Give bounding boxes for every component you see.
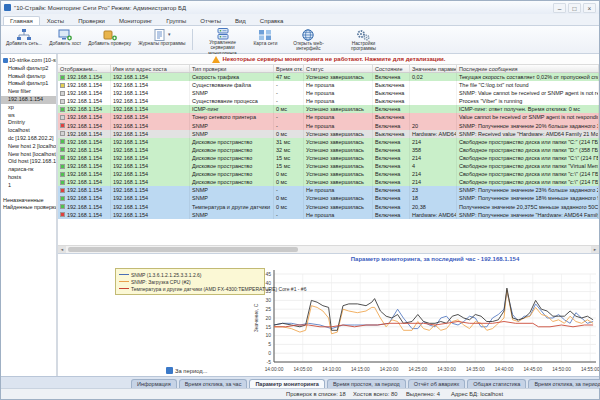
sidebar-item-4[interactable]: New filter (1, 88, 56, 96)
bottom-tab-monitoring-parameter[interactable]: Параметр мониторинга (249, 379, 325, 388)
row-parameter-value: 214 (410, 138, 457, 146)
check-status-led (60, 115, 65, 120)
row-host: 192.168.1.154 (111, 89, 190, 97)
program-logs-button[interactable]: ▾Журналы программы (135, 27, 188, 52)
sidebar-item-12[interactable]: New host [localhost] (1, 151, 56, 159)
bottom-tab-crash-report[interactable]: Отчёт об авариях (408, 379, 465, 388)
menu-tab-hosts[interactable]: Хосты (40, 16, 71, 25)
sidebar-item-8[interactable]: Dmitriy (1, 119, 56, 127)
check-status-led (60, 204, 65, 209)
network-map-button[interactable]: Карта сети (251, 27, 281, 52)
add-check-button[interactable]: Добавить проверку (85, 27, 134, 52)
menu-tab-groups[interactable]: Группы (159, 16, 193, 25)
open-web-interface-button[interactable]: Открыть web-интерфейс (281, 27, 335, 52)
column-header-1[interactable]: Имя или адрес хоста (111, 65, 190, 72)
close-button[interactable]: × (583, 3, 596, 13)
row-display-host: 192.168.1.154 (67, 155, 102, 161)
table-row[interactable]: 192.168.1.154192.168.1.154Дисковое прост… (58, 154, 599, 162)
menu-tab-reports[interactable]: Отчеты (193, 16, 228, 25)
scroll-right-arrow[interactable]: ► (591, 246, 599, 253)
monitoring-warning-bar[interactable]: Некоторые серверы мониторинга не работаю… (58, 54, 599, 64)
x-tick-label: 14:00:00 (265, 367, 284, 372)
column-header-6[interactable]: Значение парамет... (410, 65, 457, 72)
add-host-button[interactable]: Добавить хост (46, 27, 84, 52)
row-parameter-value (410, 105, 457, 113)
table-row[interactable]: 192.168.1.154192.168.1.154Дисковое прост… (58, 178, 599, 186)
column-header-0[interactable]: Отображаем... (58, 65, 111, 72)
row-parameter-value: 358 (410, 146, 457, 154)
row-parameter-value: Hardware: AMD64 ... (410, 211, 457, 219)
table-row[interactable]: 192.168.1.154192.168.1.154Дисковое прост… (58, 146, 599, 154)
menu-tab-view[interactable]: Вид (228, 16, 253, 25)
table-row[interactable]: 192.168.1.154192.168.1.154Скорость трафи… (58, 73, 599, 81)
sidebar-item-3[interactable]: Новый фильтр1 (1, 80, 56, 88)
column-header-7[interactable]: Последние сообщения (457, 65, 599, 72)
bottom-tab-info[interactable]: Информация (131, 379, 177, 388)
sidebar-item-16[interactable]: 1 (1, 182, 56, 190)
sidebar-item-10[interactable]: dc [192.168.202.2] (1, 135, 56, 143)
bottom-tab-response-time-period[interactable]: Время отклика, за период (528, 379, 600, 388)
table-horizontal-scrollbar[interactable]: ◄ ► (58, 245, 599, 253)
table-row[interactable]: 192.168.1.154192.168.1.154Дисковое прост… (58, 162, 599, 170)
sidebar-item-13[interactable]: Old host [192.168.1.153] (1, 158, 56, 166)
row-check-type: Дисковое пространство (190, 154, 274, 162)
table-row[interactable]: 192.168.1.154192.168.1.154SNMP0 мсУспешн… (58, 130, 599, 138)
sidebar-item-6[interactable]: xp (1, 104, 56, 112)
bottom-tab-overall-statistics[interactable]: Общая статистика (467, 379, 526, 388)
sidebar-item-17[interactable]: Неназначенные (1, 197, 56, 205)
sidebar-item-11[interactable]: New host 2 [localhost] (1, 143, 56, 151)
menu-tab-checks[interactable]: Проверки (71, 16, 112, 25)
table-row[interactable]: 192.168.1.154192.168.1.154Существование … (58, 97, 599, 105)
row-host: 192.168.1.154 (111, 73, 190, 81)
table-row[interactable]: 192.168.1.154192.168.1.154SNMP-Не прошла… (58, 211, 599, 219)
maximize-button[interactable]: □ (568, 3, 581, 13)
table-row[interactable]: 192.168.1.154192.168.1.154ICMP-пинг0 мсУ… (58, 105, 599, 113)
column-header-2[interactable]: Тип проверки (190, 65, 274, 72)
dropdown-arrow-icon[interactable]: ▾ (168, 32, 171, 38)
check-status-led (60, 188, 65, 193)
table-row[interactable]: 192.168.1.154192.168.1.154Существование … (58, 81, 599, 89)
row-display-host: 192.168.1.154 (67, 179, 102, 185)
table-row[interactable]: 192.168.1.154192.168.1.154SNMP0 мсУспешн… (58, 194, 599, 202)
sidebar-item-1[interactable]: Новый фильтр2 (1, 65, 56, 73)
table-row[interactable]: 192.168.1.154192.168.1.154SNMP-Не прошла… (58, 122, 599, 130)
sidebar-item-2[interactable]: Новый фильтр (1, 73, 56, 81)
row-host: 192.168.1.154 (111, 105, 190, 113)
add-network-button[interactable]: Добавить сеть... (3, 27, 45, 52)
period-button[interactable]: За период... (166, 367, 207, 374)
table-row[interactable]: 192.168.1.154192.168.1.154SNMP-Не прошла… (58, 89, 599, 97)
sidebar-item-0[interactable]: 10-strike.com [10-strike.com] (1, 57, 56, 65)
sidebar-item-5[interactable]: 192.168.1.154 (1, 96, 56, 104)
manage-monitoring-servers-button[interactable]: Управление серверами мониторинга (196, 27, 250, 52)
bottom-tab-downtime-period[interactable]: Время простоя, за период (327, 379, 406, 388)
legend-label: Температура и другие датчики (AMD FX-430… (131, 286, 306, 292)
row-parameter-value: 214 (410, 170, 457, 178)
table-row[interactable]: 192.168.1.154192.168.1.154SNMP-Не прошла… (58, 186, 599, 194)
sidebar-item-9[interactable]: localhost (1, 127, 56, 135)
row-state: Включена (373, 146, 410, 154)
row-status: Успешно завершилась (304, 130, 373, 138)
scrollbar-thumb[interactable] (68, 247, 298, 252)
toolbar-separator (192, 29, 193, 50)
table-row[interactable]: 192.168.1.154192.168.1.154Дисковое прост… (58, 170, 599, 178)
sidebar-item-label: Новый фильтр1 (8, 80, 48, 86)
sidebar-item-14[interactable]: лариса-пк (1, 166, 56, 174)
sidebar-item-18[interactable]: Найденные проверки (1, 204, 56, 212)
minimize-button[interactable]: – (553, 3, 566, 13)
column-header-5[interactable]: Состояние (373, 65, 410, 72)
program-settings-button[interactable]: Настройки программы (336, 27, 390, 52)
table-row[interactable]: 192.168.1.154192.168.1.154Температура и … (58, 203, 599, 211)
menu-tab-help[interactable]: Справка (253, 16, 291, 25)
column-header-3[interactable]: Время отк... (274, 65, 304, 72)
table-row[interactable]: 192.168.1.154192.168.1.154Дисковое прост… (58, 138, 599, 146)
row-check-type: ICMP-пинг (190, 105, 274, 113)
check-status-led (60, 107, 65, 112)
sidebar-item-15[interactable]: hosts (1, 174, 56, 182)
column-header-4[interactable]: Статус (304, 65, 373, 72)
menu-tab-monitoring[interactable]: Мониторинг (112, 16, 159, 25)
scroll-left-arrow[interactable]: ◄ (58, 246, 66, 253)
table-row[interactable]: 192.168.1.154192.168.1.154Тонер сетевого… (58, 113, 599, 121)
sidebar-item-7[interactable]: ws (1, 112, 56, 120)
bottom-tab-response-time-hour[interactable]: Время отклика, за час (179, 379, 248, 388)
menu-tab-home[interactable]: Главная (3, 16, 40, 25)
